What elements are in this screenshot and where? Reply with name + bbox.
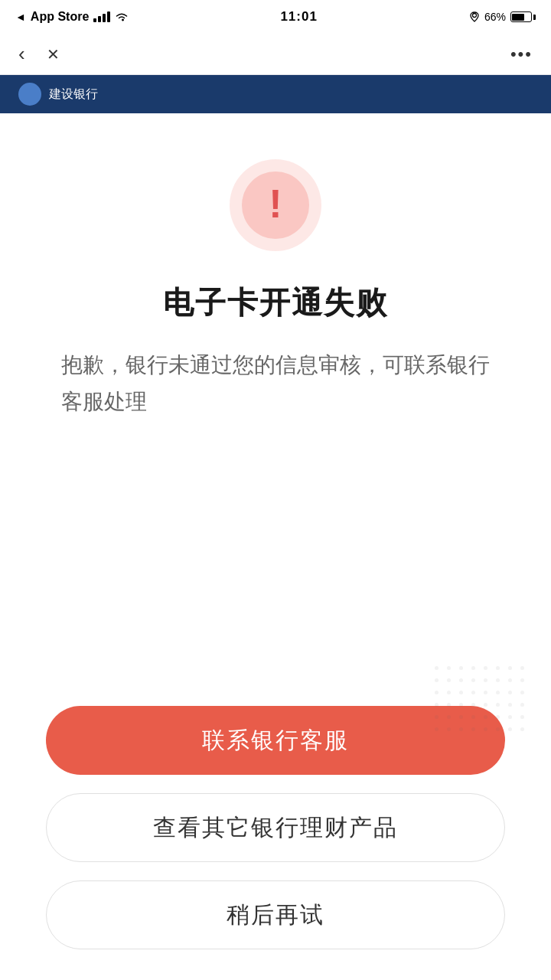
status-bar: ◄ App Store 11:01 66% — [0, 0, 551, 34]
back-arrow-icon: ◄ — [15, 11, 26, 23]
buttons-area: 联系银行客服 查看其它银行理财产品 稍后再试 — [46, 706, 505, 949]
location-icon — [469, 11, 480, 22]
dots-decoration — [435, 666, 528, 735]
error-icon-wrapper: ! — [230, 159, 321, 251]
content-wrap: ! 电子卡开通失败 抱歉，银行未通过您的信息审核，可联系银行客服处理 联系银行客… — [0, 113, 551, 980]
close-button[interactable]: ✕ — [47, 45, 60, 64]
back-button[interactable]: ‹ — [18, 42, 25, 66]
nav-left[interactable]: ‹ ✕ — [18, 42, 60, 66]
time-label: 11:01 — [280, 9, 317, 24]
main-content: ! 电子卡开通失败 抱歉，银行未通过您的信息审核，可联系银行客服处理 联系银行客… — [0, 113, 551, 980]
view-other-banks-button[interactable]: 查看其它银行理财产品 — [46, 793, 505, 862]
banner-strip: 建设银行 — [0, 75, 551, 113]
battery-label: 66% — [484, 11, 506, 23]
error-exclamation-icon: ! — [269, 184, 282, 224]
error-description: 抱歉，银行未通过您的信息审核，可联系银行客服处理 — [61, 347, 490, 420]
signal-icon — [93, 11, 110, 22]
status-left: ◄ App Store — [15, 10, 129, 24]
retry-later-button[interactable]: 稍后再试 — [46, 880, 505, 949]
carrier-label: App Store — [31, 10, 89, 24]
nav-bar: ‹ ✕ ••• — [0, 34, 551, 75]
svg-point-0 — [472, 14, 476, 18]
error-title: 电子卡开通失败 — [163, 282, 388, 324]
bank-logo — [18, 83, 41, 106]
bank-name: 建设银行 — [49, 87, 98, 103]
more-button[interactable]: ••• — [510, 44, 533, 64]
battery-icon — [510, 11, 536, 22]
status-right: 66% — [469, 11, 536, 23]
wifi-icon — [115, 11, 129, 22]
